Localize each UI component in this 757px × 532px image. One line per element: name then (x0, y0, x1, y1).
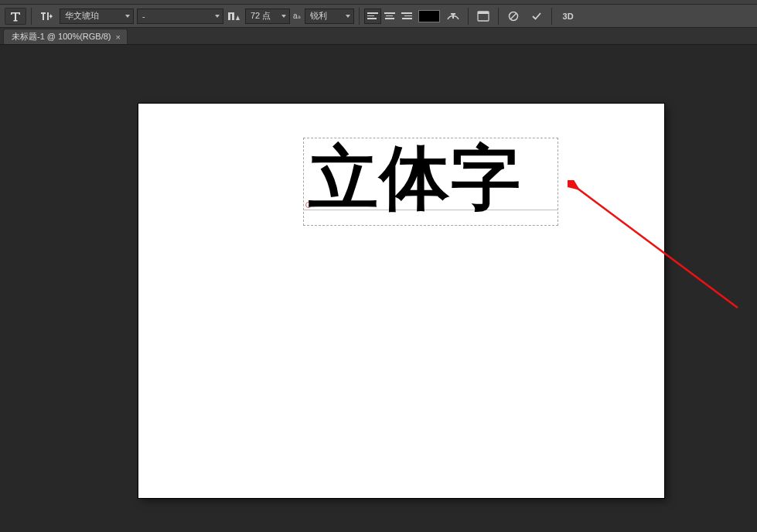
chevron-down-icon (346, 15, 350, 18)
3d-button[interactable]: 3D (557, 8, 580, 25)
divider (359, 8, 360, 25)
font-size-dropdown[interactable]: 72 点 (245, 9, 290, 24)
divider (31, 8, 32, 25)
type-bounding-box[interactable]: 立体字 (303, 138, 558, 226)
svg-rect-1 (478, 12, 489, 14)
close-icon[interactable]: × (116, 32, 121, 42)
type-options-bar: 华文琥珀 - 72 点 aₐ 锐利 (0, 5, 757, 28)
font-style-dropdown[interactable]: - (137, 9, 223, 24)
character-panel-icon[interactable] (473, 8, 493, 25)
canvas-text-content[interactable]: 立体字 (309, 143, 522, 213)
divider (498, 8, 499, 25)
antialias-dropdown[interactable]: 锐利 (305, 9, 354, 24)
chevron-down-icon (215, 15, 220, 18)
toggle-orientation-icon[interactable] (36, 8, 56, 25)
align-left-button[interactable] (364, 9, 381, 24)
font-family-dropdown[interactable]: 华文琥珀 (60, 9, 134, 24)
document-canvas[interactable]: 立体字 (138, 104, 664, 498)
commit-edits-icon[interactable] (527, 8, 547, 25)
antialias-label: aₐ (293, 12, 301, 20)
text-color-swatch[interactable] (418, 10, 440, 22)
document-tab-bar: 未标题-1 @ 100%(RGB/8) × (0, 28, 757, 45)
3d-label: 3D (563, 12, 574, 21)
font-family-value: 华文琥珀 (65, 10, 122, 22)
divider (551, 8, 552, 25)
workspace: 立体字 (0, 45, 757, 532)
align-center-button[interactable] (381, 9, 398, 24)
chevron-down-icon (281, 15, 286, 18)
font-size-icon (227, 8, 242, 25)
svg-line-3 (510, 13, 516, 19)
canvas-viewport[interactable]: 立体字 (11, 45, 757, 532)
chevron-down-icon (125, 15, 130, 18)
antialias-value: 锐利 (310, 10, 343, 22)
horizontal-type-tool-icon[interactable] (5, 8, 26, 25)
warp-text-icon[interactable] (443, 8, 463, 25)
document-tab-title: 未标题-1 @ 100%(RGB/8) (12, 31, 111, 43)
document-tab[interactable]: 未标题-1 @ 100%(RGB/8) × (3, 29, 128, 44)
divider (468, 8, 469, 25)
align-right-button[interactable] (398, 9, 415, 24)
font-style-value: - (142, 12, 212, 21)
cancel-edits-icon[interactable] (503, 8, 523, 25)
font-size-value: 72 点 (251, 10, 278, 22)
text-align-group (364, 9, 415, 24)
